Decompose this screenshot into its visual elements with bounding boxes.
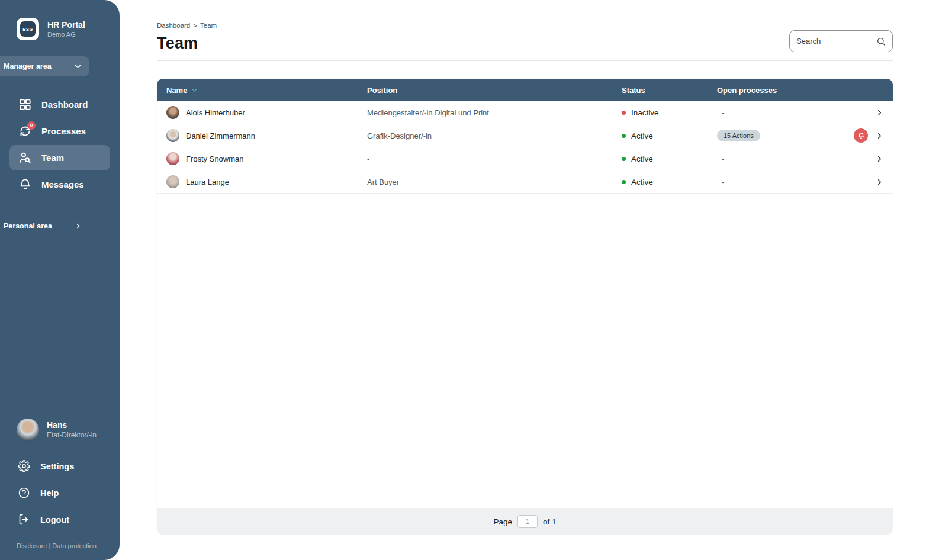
processes-sync-icon (18, 124, 32, 138)
employee-avatar (166, 106, 179, 119)
sidebar-item-label: Messages (41, 179, 84, 189)
help-icon (18, 487, 30, 499)
sidebar: BSG HR Portal Demo AG Manager area Dashb… (0, 0, 120, 560)
current-user[interactable]: Hans Etat-Direktor/-in (0, 419, 120, 445)
actions-count-badge[interactable]: 15 Actions (717, 130, 760, 141)
sidebar-item-help[interactable]: Help (0, 479, 120, 506)
header-divider (157, 60, 893, 61)
table-row[interactable]: Daniel Zimmermann Grafik-Designer/-in Ac… (157, 124, 893, 147)
status-dot (622, 134, 626, 138)
table-header-row: Name Position Status Open processes (157, 79, 893, 101)
status-dot (622, 157, 626, 161)
team-table-card: Name Position Status Open processes Aloi… (157, 79, 893, 535)
page-number-input[interactable] (517, 515, 538, 528)
employee-name: Laura Lange (186, 178, 229, 186)
search-icon[interactable] (876, 37, 886, 46)
sidebar-item-label: Processes (41, 126, 86, 136)
page-header: Dashboard > Team Team (157, 0, 893, 53)
sidebar-item-label: Team (41, 153, 64, 163)
employee-avatar (166, 152, 179, 165)
pagination-label: Page (493, 517, 512, 526)
app-logo: BSG (17, 18, 39, 40)
personal-area-label: Personal area (4, 222, 52, 230)
sidebar-item-dashboard[interactable]: Dashboard (9, 92, 110, 117)
row-chevron-right-icon[interactable] (875, 131, 884, 140)
employee-status: Active (622, 131, 717, 140)
sidebar-item-label: Logout (40, 515, 69, 524)
sidebar-item-messages[interactable]: Messages (9, 172, 110, 197)
table-empty-area (157, 194, 893, 508)
employee-avatar (166, 129, 179, 142)
page-title: Team (157, 34, 893, 53)
open-processes-value: - (717, 178, 843, 186)
open-processes-value: - (717, 155, 843, 163)
column-header-position[interactable]: Position (367, 86, 622, 95)
sidebar-item-label: Help (40, 488, 59, 498)
chevron-right-icon (74, 222, 82, 230)
sidebar-item-logout[interactable]: Logout (0, 506, 120, 533)
employee-status: Active (622, 155, 717, 163)
app-subtitle: Demo AG (47, 31, 85, 38)
employee-status: Active (622, 178, 717, 186)
table-row[interactable]: Laura Lange Art Buyer Active - (157, 170, 893, 194)
status-dot (622, 180, 626, 184)
gear-icon (18, 460, 30, 472)
status-dot (622, 111, 626, 115)
sidebar-item-label: Settings (40, 462, 74, 471)
sidebar-nav: Dashboard Processes Team Messages (0, 91, 120, 198)
employee-name: Alois Hinterhuber (186, 108, 245, 117)
app-logo-monogram: BSG (20, 21, 36, 37)
processes-alert-badge (27, 121, 36, 130)
open-processes-value: 15 Actions (717, 130, 843, 141)
legal-links[interactable]: Disclosure | Data protection (0, 533, 120, 560)
manager-area-switch[interactable]: Manager area (0, 56, 89, 76)
pagination-total: of 1 (543, 517, 557, 526)
alert-bell-button[interactable] (854, 128, 868, 143)
employee-position: Grafik-Designer/-in (367, 131, 622, 140)
sidebar-spacer (0, 230, 120, 419)
search-box (789, 30, 893, 52)
main-content: Dashboard > Team Team Name Position Stat… (120, 0, 926, 560)
table-row[interactable]: Frosty Snowman - Active - (157, 147, 893, 170)
row-chevron-right-icon[interactable] (875, 108, 884, 117)
chevron-down-icon (73, 62, 82, 71)
app-logo-row: BSG HR Portal Demo AG (0, 0, 120, 40)
user-role: Etat-Direktor/-in (47, 431, 97, 439)
pagination-bar: Page of 1 (157, 508, 893, 535)
manager-area-label: Manager area (4, 62, 52, 70)
row-chevron-right-icon[interactable] (875, 155, 884, 163)
row-chevron-right-icon[interactable] (875, 178, 884, 186)
column-header-open-processes[interactable]: Open processes (717, 86, 843, 95)
logout-icon (18, 513, 30, 526)
sort-chevron-down-icon[interactable] (191, 86, 198, 94)
table-row[interactable]: Alois Hinterhuber Mediengestalter/-in Di… (157, 101, 893, 124)
employee-avatar (166, 175, 179, 188)
employee-name: Daniel Zimmermann (186, 131, 255, 140)
personal-area-link[interactable]: Personal area (0, 222, 89, 230)
breadcrumb-separator: > (193, 22, 197, 29)
user-name: Hans (47, 420, 97, 430)
sidebar-footer-nav: Settings Help Logout (0, 453, 120, 533)
employee-position: - (367, 155, 622, 163)
dashboard-grid-icon (18, 98, 32, 111)
employee-position: Mediengestalter/-in Digital und Print (367, 108, 622, 117)
bell-icon (18, 178, 32, 191)
employee-position: Art Buyer (367, 178, 622, 186)
sidebar-item-processes[interactable]: Processes (9, 118, 110, 144)
sidebar-item-team[interactable]: Team (9, 145, 110, 170)
app-title: HR Portal (47, 20, 85, 30)
search-input[interactable] (796, 37, 872, 46)
column-header-status[interactable]: Status (622, 86, 717, 95)
employee-name: Frosty Snowman (186, 155, 244, 163)
open-processes-value: - (717, 108, 843, 117)
user-avatar (17, 419, 39, 441)
breadcrumb-team[interactable]: Team (200, 22, 217, 29)
team-search-icon (18, 151, 32, 165)
employee-status: Inactive (622, 108, 717, 117)
breadcrumb: Dashboard > Team (157, 22, 893, 29)
breadcrumb-dashboard[interactable]: Dashboard (157, 22, 190, 29)
sidebar-item-label: Dashboard (41, 99, 88, 110)
sidebar-item-settings[interactable]: Settings (0, 453, 120, 479)
column-header-name[interactable]: Name (166, 86, 367, 95)
